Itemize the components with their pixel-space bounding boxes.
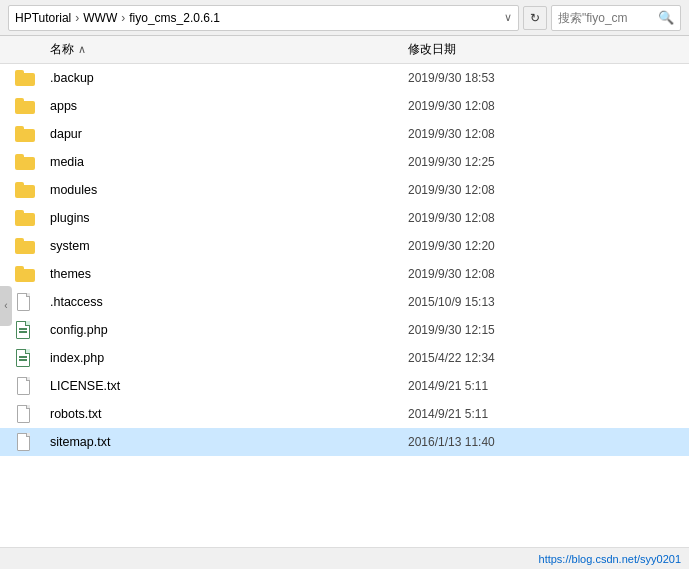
- file-icon-area: [0, 154, 50, 170]
- file-name: .backup: [50, 71, 400, 85]
- file-name: robots.txt: [50, 407, 400, 421]
- file-name: dapur: [50, 127, 400, 141]
- php-file-icon: [16, 321, 34, 339]
- table-row[interactable]: system2019/9/30 12:20: [0, 232, 689, 260]
- file-date: 2016/1/13 11:40: [400, 435, 689, 449]
- status-bar: https://blog.csdn.net/syy0201: [0, 547, 689, 569]
- search-input[interactable]: [558, 11, 654, 25]
- file-icon-area: [0, 405, 50, 423]
- folder-icon: [15, 126, 35, 142]
- col-name-label: 名称: [50, 41, 74, 58]
- file-name: LICENSE.txt: [50, 379, 400, 393]
- file-icon: [17, 377, 33, 395]
- file-name: modules: [50, 183, 400, 197]
- status-url[interactable]: https://blog.csdn.net/syy0201: [539, 553, 681, 565]
- file-date: 2014/9/21 5:11: [400, 379, 689, 393]
- folder-icon: [15, 98, 35, 114]
- file-icon-area: [0, 238, 50, 254]
- file-date: 2019/9/30 12:25: [400, 155, 689, 169]
- breadcrumb-item-0[interactable]: HPTutorial: [15, 11, 71, 25]
- file-date: 2019/9/30 12:08: [400, 267, 689, 281]
- breadcrumb-item-2[interactable]: fiyo_cms_2.0.6.1: [129, 11, 220, 25]
- table-row[interactable]: dapur2019/9/30 12:08: [0, 120, 689, 148]
- dropdown-arrow[interactable]: ∨: [504, 11, 512, 24]
- file-date: 2019/9/30 12:08: [400, 127, 689, 141]
- php-file-icon: [16, 349, 34, 367]
- file-icon-area: [0, 70, 50, 86]
- folder-icon: [15, 182, 35, 198]
- file-name: config.php: [50, 323, 400, 337]
- file-icon-area: [0, 126, 50, 142]
- folder-icon: [15, 210, 35, 226]
- file-date: 2019/9/30 18:53: [400, 71, 689, 85]
- table-row[interactable]: modules2019/9/30 12:08: [0, 176, 689, 204]
- col-name-header[interactable]: 名称 ∧: [0, 41, 400, 58]
- file-name: system: [50, 239, 400, 253]
- file-icon-area: [0, 98, 50, 114]
- breadcrumb-item-1[interactable]: WWW: [83, 11, 117, 25]
- file-name: apps: [50, 99, 400, 113]
- file-list: .backup2019/9/30 18:53apps2019/9/30 12:0…: [0, 64, 689, 547]
- folder-icon: [15, 154, 35, 170]
- file-name: media: [50, 155, 400, 169]
- file-date: 2015/10/9 15:13: [400, 295, 689, 309]
- file-name: themes: [50, 267, 400, 281]
- file-icon-area: [0, 266, 50, 282]
- search-icon[interactable]: 🔍: [658, 10, 674, 25]
- table-row[interactable]: sitemap.txt2016/1/13 11:40: [0, 428, 689, 456]
- refresh-button[interactable]: ↻: [523, 6, 547, 30]
- file-date: 2015/4/22 12:34: [400, 351, 689, 365]
- resize-handle[interactable]: ‹: [0, 286, 12, 326]
- table-row[interactable]: .backup2019/9/30 18:53: [0, 64, 689, 92]
- file-name: sitemap.txt: [50, 435, 400, 449]
- table-row[interactable]: apps2019/9/30 12:08: [0, 92, 689, 120]
- address-bar: HPTutorial › WWW › fiyo_cms_2.0.6.1 ∨ ↻ …: [0, 0, 689, 36]
- breadcrumb-sep-0: ›: [75, 11, 79, 25]
- file-date: 2019/9/30 12:08: [400, 99, 689, 113]
- breadcrumb[interactable]: HPTutorial › WWW › fiyo_cms_2.0.6.1 ∨: [8, 5, 519, 31]
- file-icon-area: [0, 182, 50, 198]
- file-name: plugins: [50, 211, 400, 225]
- file-date: 2019/9/30 12:20: [400, 239, 689, 253]
- col-date-header[interactable]: 修改日期: [400, 41, 689, 58]
- breadcrumb-sep-1: ›: [121, 11, 125, 25]
- file-icon: [17, 405, 33, 423]
- file-name: index.php: [50, 351, 400, 365]
- table-row[interactable]: index.php2015/4/22 12:34: [0, 344, 689, 372]
- file-icon-area: [0, 349, 50, 367]
- file-date: 2014/9/21 5:11: [400, 407, 689, 421]
- table-row[interactable]: config.php2019/9/30 12:15: [0, 316, 689, 344]
- folder-icon: [15, 70, 35, 86]
- table-row[interactable]: LICENSE.txt2014/9/21 5:11: [0, 372, 689, 400]
- file-icon: [17, 433, 33, 451]
- table-row[interactable]: media2019/9/30 12:25: [0, 148, 689, 176]
- table-row[interactable]: plugins2019/9/30 12:08: [0, 204, 689, 232]
- file-icon: [17, 293, 33, 311]
- file-icon-area: [0, 210, 50, 226]
- table-row[interactable]: .htaccess2015/10/9 15:13: [0, 288, 689, 316]
- file-date: 2019/9/30 12:15: [400, 323, 689, 337]
- file-date: 2019/9/30 12:08: [400, 211, 689, 225]
- file-date: 2019/9/30 12:08: [400, 183, 689, 197]
- col-name-sort-arrow[interactable]: ∧: [78, 43, 86, 56]
- file-icon-area: [0, 377, 50, 395]
- search-box[interactable]: 🔍: [551, 5, 681, 31]
- folder-icon: [15, 238, 35, 254]
- column-headers: 名称 ∧ 修改日期: [0, 36, 689, 64]
- file-icon-area: [0, 433, 50, 451]
- table-row[interactable]: themes2019/9/30 12:08: [0, 260, 689, 288]
- file-name: .htaccess: [50, 295, 400, 309]
- folder-icon: [15, 266, 35, 282]
- table-row[interactable]: robots.txt2014/9/21 5:11: [0, 400, 689, 428]
